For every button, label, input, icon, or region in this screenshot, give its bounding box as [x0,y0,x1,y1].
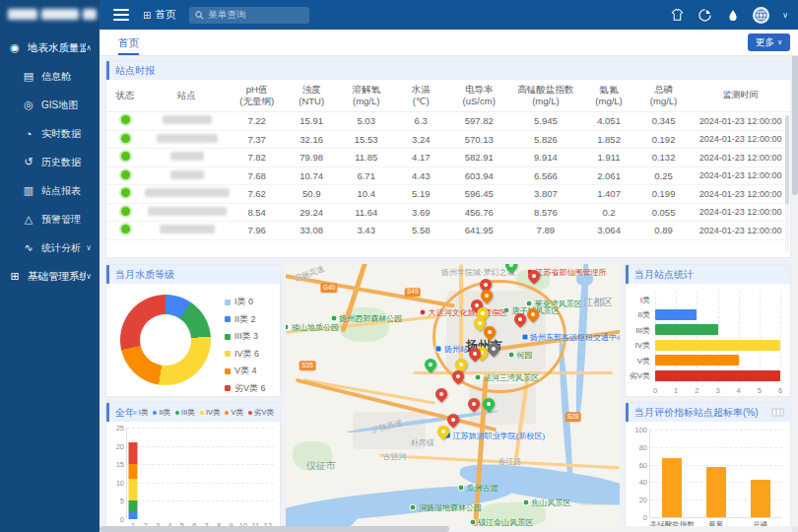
sidebar-item-realtime-data[interactable]: ◔实时数据 [0,119,100,148]
status-dot-normal [121,115,130,124]
poi-icon [507,351,514,358]
map-label-transit: 扬州东部客运枢纽交通中心 [521,331,620,342]
status-cell [106,170,144,181]
clock-icon: ◔ [22,128,35,140]
table-row[interactable]: 7.8279.9811.854.17582.919.9141.9110.1322… [106,149,790,167]
map-label-text: 江苏省邵仙闸管理所 [536,266,607,277]
alert-icon: △ [22,213,35,226]
y-tick-label: 5 [120,497,124,505]
chevron-down-icon[interactable]: ∨ [782,11,788,20]
x-tick-label: 1 [674,386,678,395]
column-label: 站点 [144,90,230,101]
column-label: 电导率 [448,84,509,96]
legend-item[interactable]: I类 0 [225,296,266,308]
conductivity-cell: 570.13 [448,134,509,145]
station-report-panel: 站点时报 状态站点pH值(无量纲)浊度(NTU)溶解氧(mg/L)水温(℃)电导… [105,60,791,258]
legend-item[interactable]: I类 [133,408,149,418]
legend-label: I类 0 [234,296,253,308]
map-marker-red[interactable] [432,386,449,403]
column-header: 水温(℃) [393,84,448,107]
legend-item[interactable]: V类 4 [225,365,266,377]
horizontal-scrollbar[interactable] [100,526,792,532]
legend-item[interactable]: II类 2 [225,313,266,326]
map-label-text: 扬州东部客运枢纽交通中心 [530,331,620,342]
map-label-text: 大运河文化旅游度假区 [429,306,507,317]
y-tick-label: 15 [116,460,124,469]
legend-item[interactable]: III类 3 [225,330,266,343]
sidebar-item-system-root[interactable]: ◉地表水质量监测系统∧ [0,33,100,62]
legend-item[interactable]: IV类 [200,408,221,418]
map-label-park: 焦山风景区 [523,498,571,508]
table-scrollbar[interactable] [785,115,789,251]
sidebar-item-label: 地表水质量监测系统 [28,41,86,55]
hamburger-menu-icon[interactable] [113,9,129,21]
map-label-park: 扬州西郊森林公园 [330,312,402,323]
turbidity-cell: 29.24 [284,207,339,218]
chevron-up-icon: ∧ [86,43,92,52]
exceed-rate-chart: 020406080100高锰酸盐指数氨氮总磷 [649,430,782,518]
panel-action-icon[interactable] [771,408,784,417]
more-button[interactable]: 更多 ∨ [748,33,790,51]
sidebar-item-history-data[interactable]: ↺历史数据 [0,148,100,176]
globe-icon: ◉ [8,41,22,54]
ammonia_nitrogen-cell: 1.911 [581,152,636,163]
table-row[interactable]: 7.9633.083.435.58641.957.893.0640.892024… [106,222,790,240]
sidebar-item-label: 实时数据 [41,127,100,141]
legend-swatch [153,411,157,415]
table-row[interactable]: 7.3732.1615.533.24570.135.8261.8520.1922… [106,131,790,150]
report-icon: ▥ [22,184,35,197]
column-label: pH值 [230,84,285,96]
table-row[interactable]: 7.6810.746.714.43603.946.5662.0610.25202… [106,167,790,186]
stacked-bar [251,428,260,519]
theme-shirt-icon[interactable] [670,8,685,23]
legend-item[interactable]: II类 [153,408,170,418]
legend-item[interactable]: V类 [225,408,243,418]
ph-cell: 7.37 [230,134,285,145]
table-row[interactable]: 7.6250.910.45.19596.453.8071.4070.199202… [106,185,790,204]
sidebar-item-stats-analysis[interactable]: ∿统计分析∨ [0,233,100,262]
sidebar-item-alarm-manage[interactable]: △预警管理 [0,205,100,233]
monitor_time-cell: 2024-01-23 12:00:00 [691,134,790,144]
ph-cell: 7.62 [230,188,285,199]
user-avatar[interactable] [753,7,769,24]
table-row[interactable]: 8.5429.2411.643.69456.768.5760.20.055202… [106,204,790,223]
monthly-level-panel: 当月水质等级 I类 0II类 2III类 3IV类 6V类 4劣V类 6 [105,264,281,397]
column-label: 浊度 [284,84,339,96]
legend-swatch [225,368,231,374]
total_phosphorus-cell: 0.25 [636,170,692,181]
x-tick-label: 4 [737,386,741,395]
legend-item[interactable]: 劣V类 [248,408,274,418]
vbar [662,458,682,517]
pie-icon[interactable] [698,8,712,23]
tab-home[interactable]: 首页 [118,30,139,55]
legend-item[interactable]: IV类 6 [225,348,266,361]
hbar-row: IV类 [655,340,780,351]
sidebar-item-station-report[interactable]: ▥站点报表 [0,176,100,205]
status-dot-normal [121,152,130,161]
ph-cell: 7.68 [230,170,285,181]
donut-legend: I类 0II类 2III类 3IV类 6V类 4劣V类 6 [225,296,266,395]
scrollbar-corner [792,526,798,532]
legend-item[interactable]: 劣V类 6 [225,382,266,395]
status-cell [106,207,144,218]
gis-map[interactable]: 扬州市江都区仪征市扬州西郊森林公园捺山地质公园扬州站何园运河三湾风景区茱萸湾风景… [286,264,620,532]
sidebar-item-info-cabin[interactable]: ▤信息舱 [0,62,100,91]
sidebar-item-base-system[interactable]: ⊞基础管理系统∨ [0,262,100,291]
panel-title: 全年水质等级 [115,406,133,420]
map-label-text: 瓜洲古渡 [467,483,499,494]
station-name-blurred [157,134,218,143]
legend-item[interactable]: III类 [175,408,195,418]
nav-home-link[interactable]: ⊞ 首页 [143,8,175,22]
sidebar-item-gis-map[interactable]: ◎GIS地图 [0,91,100,119]
column-header: 状态 [106,90,144,101]
column-label: 状态 [106,90,144,101]
column-unit: (℃) [393,96,448,107]
search-input[interactable]: 菜单查询 [189,7,309,24]
vertical-scrollbar[interactable] [792,30,798,526]
exceed-rate-panel: 当月评价指标站点超标率(%) 020406080100高锰酸盐指数氨氮总磷 [625,402,791,532]
map-label-text: 朴席镇 [411,436,434,447]
ph-cell: 7.82 [230,152,285,163]
table-row[interactable]: 7.2215.915.036.3597.825.9454.0510.345202… [106,112,790,131]
water-drop-icon[interactable] [725,8,740,23]
map-label-text: 捺山地质公园 [292,321,339,332]
